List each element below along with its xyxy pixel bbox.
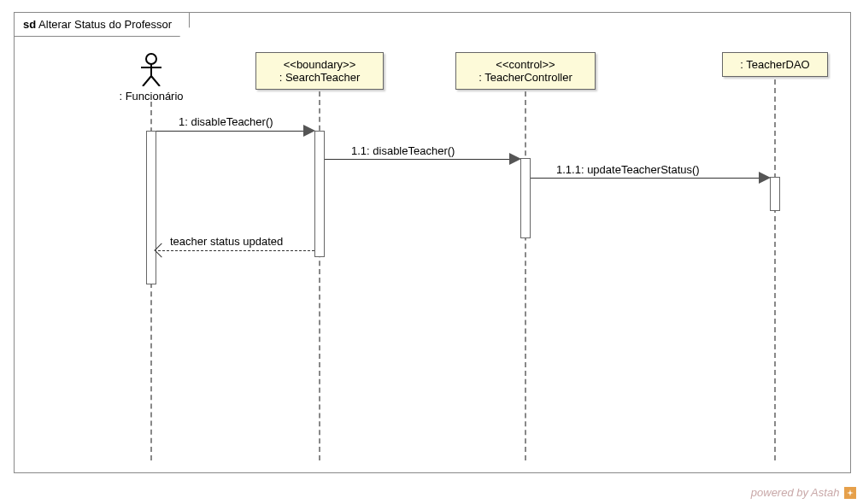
astah-icon (844, 487, 856, 499)
message-3-arrow (531, 178, 760, 179)
return-arrow (158, 250, 314, 251)
return-arrowhead (155, 243, 169, 258)
object-teacher-controller: <<control>> : TeacherController (455, 52, 596, 90)
object-search-teacher: <<boundary>> : SearchTeacher (255, 52, 384, 90)
stereotype-boundary: <<boundary>> (265, 58, 374, 71)
object-name-search-teacher: : SearchTeacher (265, 71, 374, 84)
actor-icon (109, 52, 194, 86)
frame-title: Alterar Status do Professor (38, 18, 172, 31)
watermark: powered by Astah (751, 486, 856, 499)
message-1-arrow (156, 131, 303, 132)
lifeline-teacher-controller (525, 91, 526, 460)
actor-funcionario: : Funcionário (109, 52, 194, 103)
message-3-arrowhead (759, 172, 771, 184)
return-label: teacher status updated (170, 235, 283, 248)
watermark-text: powered by Astah (751, 486, 840, 499)
message-2-label: 1.1: disableTeacher() (351, 144, 455, 157)
message-2-arrowhead (509, 153, 521, 165)
activation-teacher-controller (520, 158, 531, 238)
message-1-arrowhead (303, 125, 315, 137)
activation-search-teacher (314, 131, 325, 257)
sequence-diagram-frame: sd Alterar Status do Professor : Funcion… (14, 12, 851, 473)
lifeline-teacher-dao (774, 79, 776, 460)
message-2-arrow (325, 159, 509, 160)
actor-label: : Funcionário (109, 90, 194, 103)
object-name-teacher-controller: : TeacherController (465, 71, 586, 84)
svg-line-3 (143, 76, 151, 86)
activation-teacher-dao (770, 177, 780, 211)
message-3-label: 1.1.1: updateTeacherStatus() (556, 163, 700, 176)
message-1-label: 1: disableTeacher() (179, 115, 273, 128)
svg-line-4 (151, 76, 160, 86)
object-teacher-dao: : TeacherDAO (722, 52, 828, 77)
activation-actor (146, 131, 156, 284)
sd-prefix: sd (23, 18, 36, 31)
svg-point-0 (146, 54, 156, 64)
object-name-teacher-dao: : TeacherDAO (731, 58, 819, 71)
stereotype-control: <<control>> (465, 58, 586, 71)
frame-label: sd Alterar Status do Professor (15, 13, 190, 37)
